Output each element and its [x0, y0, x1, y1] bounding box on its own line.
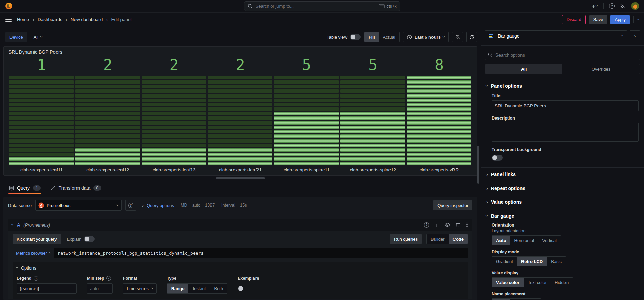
- gauge-cell: [75, 99, 140, 102]
- orientation-horizontal-option[interactable]: Horizontal: [510, 236, 538, 245]
- gauge-label: clab-srexperts-leaf11: [9, 165, 74, 174]
- bar-gauge-header[interactable]: Bar gauge: [486, 213, 639, 219]
- gauge-cell: [407, 112, 471, 115]
- breadcrumb-separator: [106, 17, 108, 22]
- apply-button[interactable]: Apply: [610, 15, 630, 24]
- run-queries-button[interactable]: Run queries: [390, 234, 422, 244]
- collapse-header-button[interactable]: [637, 17, 639, 22]
- metrics-browser-button[interactable]: Metrics browser: [13, 248, 54, 258]
- menu-toggle-button[interactable]: [5, 18, 12, 22]
- gauge-cell: [208, 116, 273, 120]
- name-left-option[interactable]: Left: [526, 299, 541, 300]
- panel-description-input[interactable]: [492, 123, 639, 142]
- type-range-option[interactable]: Range: [167, 284, 189, 293]
- min-step-input[interactable]: [87, 283, 113, 294]
- tab-query[interactable]: Query 1: [9, 185, 41, 194]
- search-input[interactable]: [256, 4, 376, 9]
- panel-links-header[interactable]: Panel links: [486, 172, 639, 177]
- datasource-picker[interactable]: Prometheus: [35, 200, 122, 211]
- collapse-sidebar-button[interactable]: [630, 30, 640, 41]
- hidden-option[interactable]: Hidden: [551, 278, 573, 287]
- gauge-cell: [9, 134, 74, 138]
- time-range-picker[interactable]: Last 6 hours: [403, 32, 449, 42]
- query-inspector-button[interactable]: Query inspector: [433, 200, 472, 210]
- name-top-option[interactable]: Top: [510, 299, 526, 300]
- query-count-badge: 1: [33, 185, 41, 191]
- options-header[interactable]: Options: [17, 265, 464, 271]
- options-search-input[interactable]: [495, 52, 637, 58]
- name-auto-option[interactable]: Auto: [492, 299, 510, 300]
- orientation-vertical-option[interactable]: Vertical: [538, 236, 561, 245]
- breadcrumb-dashboards[interactable]: Dashboards: [38, 17, 62, 22]
- global-search[interactable]: ctrl+k: [244, 1, 400, 11]
- gauge-cell: [274, 76, 339, 79]
- gauge-label: clab-srexperts-leaf12: [75, 165, 140, 174]
- bar-gauge-label: Bar gauge: [491, 213, 514, 219]
- panel-options-header[interactable]: Panel options: [486, 83, 639, 89]
- news-button[interactable]: [620, 3, 626, 9]
- legend-input[interactable]: [17, 283, 77, 294]
- actual-option[interactable]: Actual: [379, 32, 399, 42]
- display-gradient-option[interactable]: Gradient: [492, 257, 517, 266]
- type-both-option[interactable]: Both: [210, 284, 227, 293]
- collapse-query-icon[interactable]: [12, 222, 14, 228]
- options-search[interactable]: [485, 50, 640, 60]
- kick-start-button[interactable]: Kick start your query: [13, 234, 61, 244]
- display-mode-label: Display mode: [492, 250, 639, 254]
- grafana-logo[interactable]: [5, 2, 13, 10]
- display-basic-option[interactable]: Basic: [547, 257, 566, 266]
- breadcrumb-new-dashboard[interactable]: New dashboard: [71, 17, 103, 22]
- text-color-option[interactable]: Text color: [524, 278, 551, 287]
- code-option[interactable]: Code: [449, 234, 468, 244]
- orientation-auto-option[interactable]: Auto: [492, 236, 510, 245]
- scrollbar-thumb[interactable]: [477, 146, 479, 184]
- gauge-cell: [208, 85, 273, 88]
- display-retro-lcd-option[interactable]: Retro LCD: [517, 257, 547, 266]
- refresh-button[interactable]: [466, 32, 477, 42]
- query-options-toggle[interactable]: Query options: [147, 203, 174, 208]
- tab-all[interactable]: All: [485, 64, 562, 74]
- gauge-value: 2: [142, 55, 206, 72]
- drag-handle-icon[interactable]: [465, 222, 469, 227]
- tab-overrides[interactable]: Overrides: [562, 64, 640, 74]
- table-view-toggle[interactable]: [350, 34, 361, 40]
- user-avatar[interactable]: [631, 2, 639, 10]
- gauge-cell: [274, 116, 339, 120]
- legend-label: Legend: [17, 276, 31, 281]
- value-display-switch: Value color Text color Hidden: [492, 277, 573, 287]
- repeat-options-header[interactable]: Repeat options: [486, 186, 639, 191]
- delete-query-icon[interactable]: [456, 222, 460, 227]
- value-color-option[interactable]: Value color: [492, 278, 524, 287]
- format-select[interactable]: Time series: [123, 283, 157, 294]
- tab-transform-data[interactable]: Transform data 0: [51, 185, 101, 194]
- gauge-label: clab-srexperts-spine11: [274, 165, 339, 174]
- variable-device-picker[interactable]: All: [30, 32, 46, 42]
- disable-query-icon[interactable]: [445, 222, 450, 227]
- panel-title-input[interactable]: [492, 100, 639, 111]
- gauge-cell: [75, 139, 140, 143]
- gauge-cell: [274, 103, 339, 106]
- gauge-cell: [208, 107, 273, 111]
- zoom-out-button[interactable]: [452, 32, 463, 42]
- new-menu-button[interactable]: +: [592, 3, 598, 9]
- promql-expression-input[interactable]: [54, 248, 468, 258]
- type-instant-option[interactable]: Instant: [188, 284, 210, 293]
- gauge-cell: [407, 80, 471, 84]
- help-button[interactable]: [609, 3, 615, 9]
- breadcrumb-home[interactable]: Home: [17, 17, 29, 22]
- discard-button[interactable]: Discard: [562, 15, 586, 24]
- datasource-help-button[interactable]: [125, 200, 136, 211]
- visualization-picker[interactable]: Bar gauge: [485, 30, 627, 41]
- value-options-header[interactable]: Value options: [486, 199, 639, 205]
- gauge-cell: [274, 139, 339, 143]
- save-button[interactable]: Save: [589, 15, 607, 24]
- duplicate-query-icon[interactable]: [435, 222, 439, 227]
- variable-device-label[interactable]: Device: [5, 32, 27, 42]
- query-help-icon[interactable]: [424, 222, 429, 228]
- gauge-cell: [9, 94, 74, 97]
- builder-option[interactable]: Builder: [427, 234, 448, 244]
- fill-option[interactable]: Fill: [364, 32, 379, 42]
- explain-toggle[interactable]: [84, 236, 95, 242]
- transparent-background-toggle[interactable]: [492, 155, 503, 161]
- query-row-header[interactable]: A (Prometheus): [8, 219, 472, 231]
